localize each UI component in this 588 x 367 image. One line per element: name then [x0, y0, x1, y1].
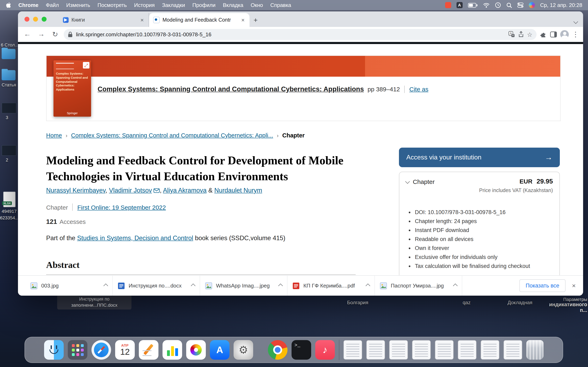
profile-avatar[interactable] — [560, 30, 569, 39]
minimized-window-thumbnail[interactable] — [458, 340, 476, 360]
folder-icon[interactable] — [2, 70, 16, 80]
author-link[interactable]: Vladimir Jotsov — [109, 187, 152, 194]
folder-icon[interactable] — [2, 49, 16, 59]
menu-item-edit[interactable]: Изменить — [66, 2, 90, 8]
menu-item-tab[interactable]: Вкладка — [223, 2, 243, 8]
tab-books[interactable]: Книги × — [59, 13, 149, 27]
spotlight-search-icon[interactable] — [506, 2, 512, 8]
browser-menu-icon[interactable]: ⋮ — [572, 31, 579, 38]
expand-cover-icon[interactable]: ⤢ — [83, 62, 89, 68]
desktop-file-label[interactable]: Параметры индикативного п... — [543, 297, 587, 313]
address-bar[interactable]: link.springer.com/chapter/10.1007/978-3-… — [64, 29, 536, 40]
download-item[interactable]: КП ГФ Керимба....pdf — [287, 276, 375, 296]
minimized-window-thumbnail[interactable] — [412, 340, 431, 360]
email-icon[interactable] — [154, 188, 160, 193]
menu-item-window[interactable]: Окно — [251, 2, 263, 8]
download-menu-chevron-icon[interactable] — [278, 284, 283, 288]
pages-dock-icon[interactable] — [139, 340, 158, 360]
desktop-file-label[interactable]: Статья — [2, 82, 16, 87]
download-menu-chevron-icon[interactable] — [104, 284, 108, 288]
purchase-panel-header[interactable]: Chapter EUR29.95 — [406, 178, 553, 185]
time-machine-icon[interactable] — [495, 2, 501, 8]
menu-clock[interactable]: Ср, 12 апр. 20:28 — [540, 2, 582, 8]
desktop-file-thumbnail[interactable] — [2, 103, 16, 113]
desktop-file-label[interactable]: 6 Стол... — [1, 42, 18, 47]
menu-app-name[interactable]: Chrome — [18, 2, 38, 8]
close-tab-icon[interactable]: × — [241, 17, 245, 23]
breadcrumb-home-link[interactable]: Home — [46, 132, 62, 139]
translate-icon[interactable]: A — [508, 31, 515, 38]
recording-indicator-icon[interactable] — [445, 2, 451, 8]
music-dock-icon[interactable]: ♪ — [315, 340, 335, 360]
control-center-icon[interactable] — [517, 2, 523, 8]
download-menu-chevron-icon[interactable] — [453, 284, 458, 288]
minimized-window-thumbnail[interactable] — [366, 340, 385, 360]
numbers-dock-icon[interactable] — [163, 340, 182, 360]
author-link[interactable]: Nurassyl Kerimbayev — [46, 187, 105, 194]
minimize-window-button[interactable] — [33, 17, 38, 22]
desktop-file-label[interactable]: 3 — [6, 115, 8, 120]
menu-item-file[interactable]: Файл — [46, 2, 59, 8]
close-tab-icon[interactable]: × — [140, 17, 145, 23]
lock-icon[interactable] — [68, 31, 73, 37]
minimized-window-thumbnail[interactable] — [435, 340, 454, 360]
tab-current[interactable]: Modeling and Feedback Contr × — [149, 13, 250, 27]
desktop-file-label[interactable]: Докладная — [508, 300, 532, 305]
zoom-window-button[interactable] — [42, 17, 47, 22]
spreadsheet-file-icon[interactable]: XLSX — [3, 192, 16, 207]
first-online-link[interactable]: First Online: 19 September 2022 — [77, 204, 166, 211]
download-item[interactable]: WhatsApp Imag....jpeg — [200, 276, 287, 296]
back-button[interactable]: ← — [22, 30, 33, 38]
download-item[interactable]: Паспорт Умирза....jpg — [375, 276, 462, 296]
collapse-chevron-icon[interactable] — [405, 179, 410, 184]
desktop-file-thumbnail[interactable] — [2, 145, 16, 156]
download-item[interactable]: Инструкция по....docx — [113, 276, 200, 296]
bookmark-star-icon[interactable]: ☆ — [527, 31, 532, 37]
terminal-dock-icon[interactable]: >_ — [292, 340, 311, 360]
battery-icon[interactable] — [468, 3, 478, 8]
download-item[interactable]: 003.jpg — [25, 276, 113, 296]
chrome-dock-icon[interactable] — [268, 340, 287, 360]
access-institution-button[interactable]: Access via your institution → — [399, 148, 560, 167]
menu-item-profiles[interactable]: Профили — [192, 2, 215, 8]
show-all-downloads-button[interactable]: Показать все — [519, 279, 565, 292]
launchpad-dock-icon[interactable] — [68, 340, 87, 360]
settings-dock-icon[interactable]: ⚙ — [233, 340, 253, 360]
cite-as-link[interactable]: Cite as — [409, 86, 428, 92]
finder-dock-icon[interactable] — [44, 340, 64, 360]
desktop-file-label[interactable]: qaz — [463, 300, 471, 305]
trash-dock-icon[interactable] — [526, 340, 544, 360]
forward-button[interactable]: → — [36, 30, 47, 38]
desktop-file-label[interactable]: Болгария — [347, 300, 368, 305]
author-link[interactable]: Aliya Akramova — [163, 187, 207, 194]
new-tab-button[interactable]: + — [254, 16, 258, 25]
desktop-file-label[interactable]: Инструкция по заполнени...ППС.docx — [57, 295, 131, 309]
desktop-file-label[interactable]: 2 — [6, 157, 8, 162]
minimized-window-thumbnail[interactable] — [343, 340, 362, 360]
tab-list-chevron-icon[interactable] — [574, 17, 577, 25]
download-menu-chevron-icon[interactable] — [366, 284, 370, 288]
minimized-window-thumbnail[interactable] — [503, 340, 522, 360]
menu-item-help[interactable]: Справка — [270, 2, 291, 8]
safari-dock-icon[interactable] — [91, 340, 111, 360]
side-panel-icon[interactable] — [550, 31, 557, 37]
menu-item-bookmarks[interactable]: Закладки — [162, 2, 185, 8]
wifi-icon[interactable] — [483, 3, 490, 8]
calendar-dock-icon[interactable]: АПР 12 — [115, 340, 135, 360]
photos-dock-icon[interactable] — [186, 340, 206, 360]
apple-logo-icon[interactable] — [6, 2, 11, 8]
book-title-link[interactable]: Complex Systems: Spanning Control and Co… — [98, 85, 364, 93]
input-source-indicator[interactable]: A — [457, 2, 463, 8]
desktop-file-label[interactable]: 494917 — [2, 209, 17, 214]
author-link[interactable]: Nurdaulet Nurym — [214, 187, 262, 194]
series-link[interactable]: Studies in Systems, Decision and Control — [77, 234, 193, 242]
desktop-file-label[interactable]: 623354... — [0, 215, 19, 220]
download-menu-chevron-icon[interactable] — [191, 284, 196, 288]
menu-item-view[interactable]: Посмотреть — [97, 2, 127, 8]
menu-item-history[interactable]: История — [134, 2, 155, 8]
book-cover[interactable]: Complex Systems: Spanning Control and Co… — [53, 60, 91, 117]
close-window-button[interactable] — [25, 17, 29, 22]
reload-button[interactable]: ↻ — [50, 30, 61, 39]
minimized-window-thumbnail[interactable] — [389, 340, 408, 360]
extensions-puzzle-icon[interactable] — [540, 31, 547, 38]
